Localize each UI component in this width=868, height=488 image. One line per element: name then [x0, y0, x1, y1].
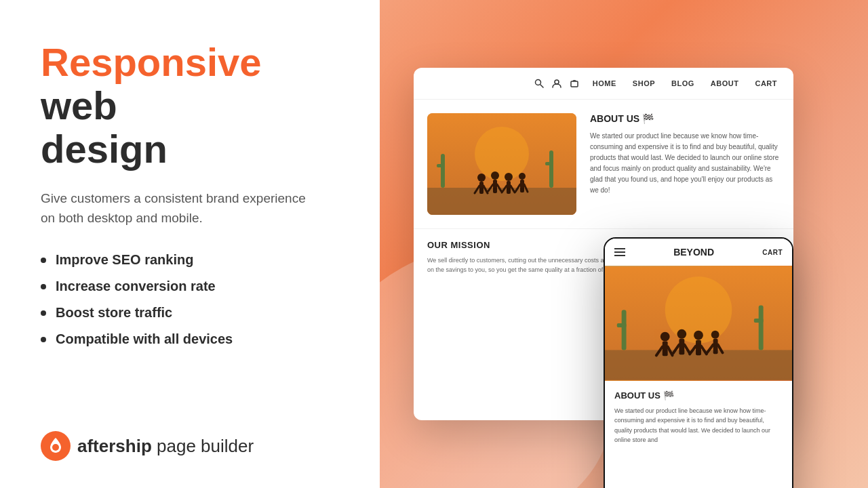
svg-point-36: [660, 332, 670, 342]
bullet-label-2: Increase conversion rate: [56, 279, 216, 294]
svg-point-7: [475, 127, 529, 181]
svg-rect-18: [493, 180, 497, 193]
svg-rect-49: [713, 339, 718, 354]
svg-rect-9: [441, 154, 445, 188]
desktop-nav: HOME SHOP BLOG ABOUT CART: [414, 68, 793, 100]
svg-point-13: [477, 174, 486, 182]
main-content: Responsive webdesign Give customers a co…: [41, 41, 339, 347]
nav-home[interactable]: HOME: [593, 79, 616, 87]
svg-point-1: [52, 444, 59, 451]
people-scene-svg: [427, 113, 576, 215]
search-icon: [534, 79, 544, 88]
bullet-list: Improve SEO ranking Increase conversion …: [41, 252, 339, 347]
desktop-nav-icons: [534, 79, 579, 88]
bullet-item-1: Improve SEO ranking: [41, 252, 339, 268]
desktop-about-text: We started our product line because we k…: [590, 131, 780, 196]
svg-rect-12: [545, 162, 553, 165]
svg-rect-32: [622, 310, 627, 350]
user-icon: [552, 79, 561, 88]
bullet-item-2: Increase conversion rate: [41, 279, 339, 294]
mobile-about-text: We started our product line because we k…: [614, 406, 783, 445]
svg-rect-37: [663, 342, 668, 357]
brand-footer: aftership page builder: [41, 431, 339, 461]
svg-point-4: [555, 80, 559, 84]
right-panel: HOME SHOP BLOG ABOUT CART: [380, 0, 868, 488]
hamburger-icon[interactable]: [614, 248, 625, 256]
nav-shop[interactable]: SHOP: [633, 79, 655, 87]
svg-rect-22: [507, 181, 511, 194]
svg-rect-10: [437, 164, 445, 167]
headline-accent: Responsive: [41, 40, 262, 84]
brand-sub: page builder: [152, 436, 254, 456]
mobile-cart-link[interactable]: CART: [762, 249, 783, 256]
bullet-item-4: Compatible with all devices: [41, 331, 339, 347]
svg-point-17: [491, 171, 499, 180]
bullet-dot-1: [41, 258, 46, 263]
svg-point-2: [535, 80, 540, 85]
desktop-about-title: ABOUT US 🏁: [590, 113, 780, 124]
mobile-about-title: ABOUT US 🏁: [614, 390, 783, 401]
nav-blog[interactable]: BLOG: [671, 79, 694, 87]
mobile-hero-image: [605, 266, 792, 381]
bullet-dot-4: [41, 337, 46, 342]
subtitle: Give customers a consistent brand experi…: [41, 189, 312, 228]
bullet-label-1: Improve SEO ranking: [56, 252, 193, 268]
bullet-dot-3: [41, 310, 46, 316]
svg-rect-34: [759, 305, 764, 350]
desktop-nav-links: HOME SHOP BLOG ABOUT CART: [593, 79, 777, 87]
mobile-about-section: ABOUT US 🏁 We started our product line b…: [605, 381, 792, 455]
aftership-logo-icon: [41, 431, 71, 461]
svg-point-40: [677, 329, 686, 339]
svg-rect-26: [520, 180, 524, 192]
svg-rect-11: [549, 150, 553, 188]
cart-icon: [570, 79, 579, 88]
brand-name: aftership: [77, 436, 152, 456]
svg-rect-5: [571, 81, 578, 87]
bullet-label-4: Compatible with all devices: [56, 331, 233, 347]
svg-rect-35: [754, 319, 764, 323]
svg-rect-41: [679, 339, 684, 355]
svg-point-25: [519, 173, 526, 180]
mobile-nav: BEYOND CART: [605, 239, 792, 266]
mobile-people-scene: [605, 266, 792, 381]
svg-rect-14: [479, 182, 484, 194]
svg-rect-33: [617, 323, 627, 327]
nav-about[interactable]: ABOUT: [711, 79, 739, 87]
left-panel: Responsive webdesign Give customers a co…: [0, 0, 380, 488]
svg-point-44: [694, 331, 703, 340]
desktop-hero-image: [427, 113, 576, 215]
svg-rect-45: [696, 340, 701, 356]
bullet-label-3: Boost store traffic: [56, 305, 172, 321]
desktop-about-section: ABOUT US 🏁 We started our product line b…: [590, 113, 780, 215]
svg-point-48: [711, 331, 719, 339]
desktop-content-area: ABOUT US 🏁 We started our product line b…: [414, 100, 793, 228]
bullet-dot-2: [41, 284, 46, 289]
mobile-brand: BEYOND: [673, 247, 714, 258]
bullet-item-3: Boost store traffic: [41, 305, 339, 321]
brand-text: aftership page builder: [77, 436, 254, 457]
nav-cart[interactable]: CART: [755, 79, 777, 87]
headline: Responsive webdesign: [41, 41, 339, 170]
headline-dark: webdesign: [41, 83, 167, 171]
svg-point-21: [505, 173, 513, 181]
mobile-mockup: BEYOND CART: [604, 237, 793, 488]
svg-line-3: [540, 85, 543, 87]
